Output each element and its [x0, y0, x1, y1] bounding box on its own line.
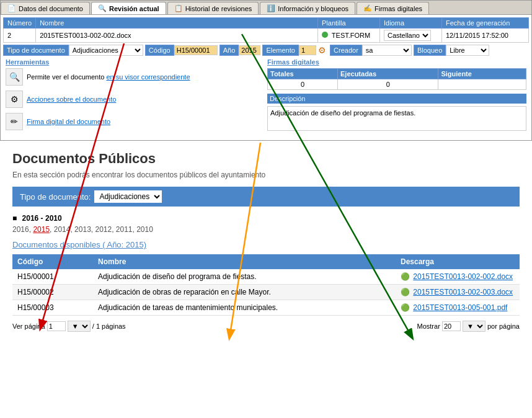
elemento-input[interactable] [299, 45, 316, 55]
sig-h-ejecutadas: Ejecutadas [338, 69, 438, 79]
sig-h-siguiente: Siguiente [438, 69, 526, 79]
download-link-3[interactable]: 2015TEST0013-005-001.pdf [413, 303, 507, 312]
tab-revision-actual[interactable]: 🔍 Revisión actual [91, 2, 166, 14]
anyo-input[interactable] [239, 45, 260, 55]
sig-h-totales: Totales [268, 69, 338, 79]
page-number-input[interactable] [47, 321, 66, 331]
pagination-left: Ver página ▼ / 1 páginas [12, 321, 126, 332]
doc-descarga-1: 🟢 2015TEST0013-002-002.docx [396, 269, 520, 285]
col-nombre: Nombre [36, 18, 318, 29]
sig-totales: 0 [268, 79, 338, 90]
col-fecha: Fecha de generación [442, 18, 529, 29]
total-pages: 1 páginas [96, 322, 126, 330]
tool-icon-view[interactable]: 🔍 [6, 68, 23, 86]
th-nombre: Nombre [93, 254, 396, 269]
elemento-label: Elemento [262, 45, 298, 56]
tab-firmas[interactable]: ✍️ Firmas digitales [357, 2, 429, 14]
download-icon-2: 🟢 [401, 288, 410, 296]
tools-col: Herramientas 🔍 Permite ver el documento … [6, 58, 265, 135]
doc-codigo-3: H15/00003 [12, 300, 93, 316]
codigo-label: Código [145, 45, 174, 56]
tool-icon-sign[interactable]: ✏ [6, 113, 23, 130]
doc-nombre-1: Adjudicación de diseño del programa de f… [93, 269, 396, 285]
ver-pagina-label: Ver página [12, 322, 45, 330]
sig-title: Firmas digitales [267, 58, 526, 66]
doc-descarga-3: 🟢 2015TEST0013-005-001.pdf [396, 300, 520, 316]
tab-datos-documento[interactable]: 📄 Datos del documento [1, 2, 90, 14]
desc-label: Descripción [267, 94, 526, 104]
val-plantilla: TEST.FORM [318, 29, 380, 43]
th-descarga: Descarga [396, 254, 520, 269]
idioma-select[interactable]: Castellano [384, 30, 431, 41]
col-numero: Número [4, 18, 36, 29]
desc-text: Adjudicación de diseño del programa de f… [267, 106, 526, 131]
download-icon-3: 🟢 [401, 303, 410, 312]
page-subtitle: En esta sección podrás encontrar los doc… [12, 171, 520, 179]
bloqueo-label: Bloqueo [414, 45, 446, 56]
plantilla-text: TEST.FORM [332, 32, 370, 39]
bloqueo-select[interactable]: Libre [446, 45, 489, 56]
th-codigo: Código [12, 254, 93, 269]
val-fecha: 12/11/2015 17:52:00 [442, 29, 529, 43]
table-row: H15/00003 Adjudicación de tareas de mant… [12, 300, 520, 316]
sig-ejecutadas: 0 [338, 79, 438, 90]
sig-siguiente [438, 79, 526, 90]
anyo-label: Año [219, 45, 239, 56]
bottom-section: Documentos Públicos En esta sección podr… [0, 141, 532, 338]
tipodoc-select[interactable]: Adjudicaciones [69, 45, 143, 56]
tool-text-2[interactable]: Acciones sobre el documento [27, 96, 116, 103]
tab-info-label: Información y bloqueos [278, 5, 348, 12]
codigo-input[interactable] [174, 45, 218, 55]
pagination: Ver página ▼ / 1 páginas Mostrar ▼ por p… [12, 321, 520, 332]
year-sep: , 2014, 2013, 2012, 2011, 2010 [50, 225, 153, 234]
tool-text-1: Permite ver el documento en su visor cor… [27, 73, 190, 81]
tool-icon-action[interactable]: ⚙ [6, 91, 23, 108]
doc-codigo-2: H15/00002 [12, 285, 93, 300]
tab-historial-label: Historial de revisiones [185, 5, 252, 12]
pagination-right: Mostrar ▼ por página [417, 321, 520, 332]
available-docs-title: Documentos disponibles ( Año: 2015) [12, 240, 520, 249]
doc-type-bar: Tipo de documento: Adjudicaciones [12, 187, 520, 207]
doc-type-label: Tipo de documento: [20, 192, 91, 202]
creador-select[interactable]: sa [362, 45, 412, 56]
two-col-area: Herramientas 🔍 Permite ver el documento … [3, 56, 529, 138]
per-page-input[interactable] [442, 321, 461, 331]
tipodoc-label: Tipo de documento [3, 45, 69, 56]
tab-rev-icon: 🔍 [98, 4, 107, 12]
download-link-1[interactable]: 2015TEST0013-002-002.docx [413, 272, 513, 281]
download-icon-1: 🟢 [401, 272, 410, 281]
doc-nombre-2: Adjudicación de obras de reparación en c… [93, 285, 396, 300]
tab-firmas-icon: ✍️ [363, 4, 372, 12]
creador-label: Creador [330, 45, 362, 56]
year-range: 2016 - 2010 [22, 214, 62, 223]
val-nombre: 2015TEST0013-002-002.docx [36, 29, 318, 43]
per-page-select[interactable]: ▼ [463, 321, 485, 332]
doc-header-table: Número Nombre Plantilla Idioma Fecha de … [3, 17, 529, 43]
tab-hist-icon: 📋 [174, 4, 183, 12]
year-2016[interactable]: 2016, [12, 225, 33, 234]
tab-historial[interactable]: 📋 Historial de revisiones [167, 2, 259, 14]
col-plantilla: Plantilla [318, 18, 380, 29]
table-row: H15/00001 Adjudicación de diseño del pro… [12, 269, 520, 285]
tool-item-3: ✏ Firma digital del documento [6, 113, 265, 130]
download-link-2[interactable]: 2015TEST0013-002-003.docx [413, 288, 513, 296]
page-title: Documentos Públicos [12, 151, 520, 167]
doc-descarga-2: 🟢 2015TEST0013-002-003.docx [396, 285, 520, 300]
tab-revision-label: Revisión actual [109, 5, 159, 12]
table-row: H15/00002 Adjudicación de obras de repar… [12, 285, 520, 300]
year-2015[interactable]: 2015 [33, 225, 50, 234]
docs-table: Código Nombre Descarga H15/00001 Adjudic… [12, 254, 520, 316]
tab-datos-label: Datos del documento [19, 5, 83, 12]
tab-firmas-label: Firmas digitales [375, 5, 422, 12]
doc-type-select[interactable]: Adjudicaciones [94, 190, 162, 203]
tool-text-3[interactable]: Firma digital del documento [27, 118, 110, 125]
val-idioma: Castellano [380, 29, 442, 43]
tool-item-1: 🔍 Permite ver el documento en su visor c… [6, 68, 265, 86]
tab-info-bloqueos[interactable]: ℹ️ Información y bloqueos [260, 2, 355, 14]
doc-info-area: Número Nombre Plantilla Idioma Fecha de … [1, 15, 531, 140]
page-nav-select[interactable]: ▼ [68, 321, 91, 332]
second-row: Tipo de documento Adjudicaciones Código … [3, 45, 529, 56]
tools-title: Herramientas [6, 58, 265, 66]
tab-info-icon: ℹ️ [267, 4, 275, 12]
tool-link-1[interactable]: en su visor correspondiente [106, 73, 190, 81]
